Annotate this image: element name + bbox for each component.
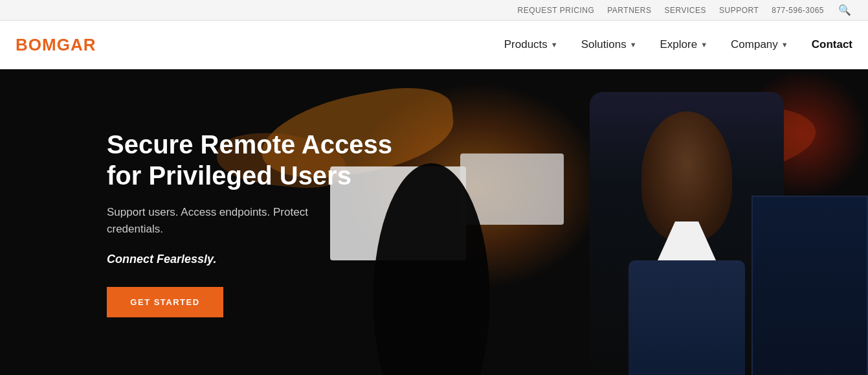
- company-chevron-icon: ▼: [781, 41, 788, 49]
- hero-section: Secure Remote Access for Privileged User…: [0, 69, 868, 375]
- nav-item-solutions[interactable]: Solutions ▼: [581, 38, 637, 51]
- search-button[interactable]: 🔍: [837, 4, 852, 16]
- search-icon: 🔍: [838, 5, 851, 16]
- explore-label: Explore: [660, 38, 698, 51]
- get-started-button[interactable]: GET STARTED: [107, 287, 223, 317]
- solutions-label: Solutions: [581, 38, 627, 51]
- nav-items: Products ▼ Solutions ▼ Explore ▼ Company…: [504, 38, 852, 51]
- request-pricing-link[interactable]: REQUEST PRICING: [518, 6, 595, 15]
- solutions-chevron-icon: ▼: [630, 41, 637, 49]
- main-nav: BOMGAR Products ▼ Solutions ▼ Explore ▼ …: [0, 21, 868, 69]
- products-chevron-icon: ▼: [551, 41, 558, 49]
- hero-content: Secure Remote Access for Privileged User…: [0, 69, 868, 375]
- services-link[interactable]: SERVICES: [665, 6, 706, 15]
- partners-link[interactable]: PARTNERS: [607, 6, 651, 15]
- logo[interactable]: BOMGAR: [16, 35, 96, 55]
- support-link[interactable]: SUPPORT: [719, 6, 759, 15]
- nav-item-products[interactable]: Products ▼: [504, 38, 558, 51]
- products-label: Products: [504, 38, 548, 51]
- hero-title: Secure Remote Access for Privileged User…: [107, 129, 405, 191]
- utility-bar: REQUEST PRICING PARTNERS SERVICES SUPPOR…: [0, 0, 868, 21]
- nav-item-company[interactable]: Company ▼: [731, 38, 788, 51]
- company-label: Company: [731, 38, 778, 51]
- phone-number: 877-596-3065: [772, 6, 824, 15]
- explore-chevron-icon: ▼: [700, 41, 707, 49]
- nav-item-contact[interactable]: Contact: [812, 38, 852, 51]
- nav-item-explore[interactable]: Explore ▼: [660, 38, 708, 51]
- hero-tagline: Connect Fearlessly.: [107, 253, 868, 266]
- contact-label: Contact: [812, 38, 852, 51]
- hero-subtitle: Support users. Access endpoints. Protect…: [107, 204, 353, 237]
